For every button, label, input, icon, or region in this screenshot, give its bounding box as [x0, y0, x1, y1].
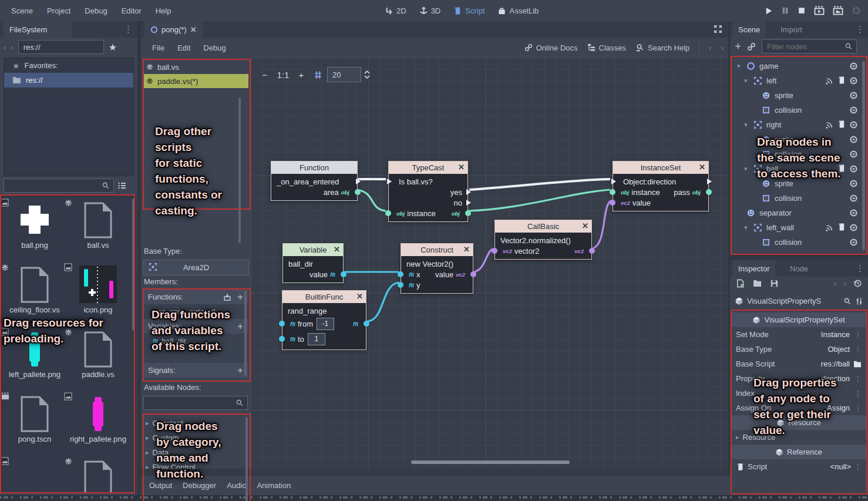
search-help-button[interactable]: Search Help	[635, 43, 690, 52]
distraction-free-icon[interactable]	[714, 25, 722, 33]
history-forward-icon[interactable]: ›	[844, 279, 846, 288]
tab-pong-scene[interactable]: pong(*) ✕	[144, 21, 203, 38]
tab-debugger[interactable]: Debugger	[179, 481, 220, 490]
snap-spinner-icon[interactable]	[364, 70, 371, 79]
visibility-eye-icon[interactable]	[849, 164, 859, 174]
scene-node-left[interactable]: ▾left	[731, 73, 866, 88]
file-item[interactable]: icon.png	[68, 264, 129, 315]
obj-out-port[interactable]	[706, 189, 712, 195]
nav-back-icon[interactable]: ‹	[4, 43, 6, 52]
close-icon[interactable]: ✕	[356, 292, 363, 301]
dock-menu-icon[interactable]: ⋮	[124, 25, 133, 33]
visibility-eye-icon[interactable]	[849, 237, 859, 247]
scene-node-sprite[interactable]: sprite	[731, 88, 866, 103]
flt-in-port[interactable]	[279, 336, 285, 342]
seq-out-port[interactable]	[466, 200, 471, 206]
property-value[interactable]: res://ball	[821, 359, 850, 368]
flt-in-port[interactable]	[398, 282, 403, 288]
override-function-icon[interactable]	[223, 293, 231, 301]
history-forward-icon[interactable]: ›	[721, 43, 724, 52]
history-back-icon[interactable]: ‹	[709, 43, 711, 52]
folder-icon[interactable]	[853, 361, 862, 368]
stop-button[interactable]	[798, 6, 806, 15]
workspace-script-button[interactable]: Script	[453, 6, 485, 15]
signals-header-row[interactable]: Signals: +	[143, 363, 248, 378]
flt-out-port[interactable]	[341, 271, 346, 277]
zoom-reset-button[interactable]: 1:1	[274, 68, 292, 82]
visibility-eye-icon[interactable]	[849, 179, 859, 189]
scene-node-collision[interactable]: collision	[731, 103, 866, 117]
graph-node-builtinfunc[interactable]: BuiltinFunc✕ rand_range fltfrom-1flt flt…	[282, 290, 366, 350]
nav-forward-icon[interactable]: ›	[11, 43, 13, 52]
category-custom[interactable]: ▸Custom	[143, 431, 248, 445]
graph-node-function[interactable]: Function _on_area_entered areaobj	[271, 161, 358, 201]
workspace-2d-button[interactable]: 2D	[385, 6, 406, 15]
load-resource-icon[interactable]	[753, 280, 762, 287]
favorite-res-row[interactable]: res://	[4, 73, 133, 88]
close-icon[interactable]: ✕	[463, 245, 470, 254]
visibility-eye-icon[interactable]	[849, 223, 859, 233]
favorite-star-icon[interactable]: ★	[109, 42, 117, 53]
file-item[interactable]: left_pallete.png	[4, 329, 65, 379]
play-custom-scene-button[interactable]	[833, 6, 843, 15]
play-scene-button[interactable]	[814, 6, 825, 15]
resource-section-header[interactable]: Resource	[731, 415, 866, 430]
seq-out-port[interactable]	[707, 179, 712, 184]
property-menu-icon[interactable]: ⋮	[854, 375, 862, 382]
flt-in-port[interactable]	[398, 271, 403, 277]
seq-out-port[interactable]	[466, 189, 471, 195]
signal-icon[interactable]	[825, 76, 834, 85]
save-resource-icon[interactable]	[770, 279, 779, 288]
tab-import[interactable]: Import	[775, 21, 808, 38]
base-type-button[interactable]: Area2D	[143, 260, 249, 275]
menu-editor[interactable]: Editor	[115, 6, 148, 15]
add-signal-icon[interactable]: +	[237, 365, 243, 376]
property-menu-icon[interactable]: ⋮	[854, 405, 862, 412]
graph-node-callbasic[interactable]: CallBasic✕ Vector2.normalized() vc2vecto…	[494, 220, 592, 260]
script-item-paddle-selected[interactable]: vs paddle.vs(*)	[143, 74, 248, 88]
property-value[interactable]: direction	[821, 374, 850, 383]
visibility-eye-icon[interactable]	[849, 193, 859, 203]
graph-node-variable[interactable]: Variable✕ ball_dir valueflt	[282, 243, 344, 283]
script-icon[interactable]	[837, 164, 846, 173]
function-list-item[interactable]: _on_area_entered	[143, 304, 248, 319]
property-menu-icon[interactable]: ⋮	[854, 390, 862, 397]
tab-filesystem[interactable]: FileSystem	[4, 21, 72, 38]
to-value-box[interactable]: 1	[308, 333, 325, 345]
zoom-in-button[interactable]: +	[294, 68, 308, 82]
close-icon[interactable]: ✕	[699, 163, 705, 172]
scene-node-collision[interactable]: collision	[731, 235, 866, 250]
obj-out-port[interactable]	[465, 210, 471, 216]
close-icon[interactable]: ✕	[190, 25, 197, 34]
file-item[interactable]: vs ceiling_floor.vs	[4, 264, 65, 315]
script-menu-debug[interactable]: Debug	[198, 43, 231, 52]
graph-node-typecast[interactable]: TypeCast✕ Is ball.vs? yes no objinstance…	[388, 161, 468, 222]
vc2-out-port[interactable]	[589, 248, 595, 254]
file-item[interactable]: vs	[68, 458, 129, 493]
play-button[interactable]	[764, 6, 773, 15]
file-item[interactable]: vs ball.vs	[68, 200, 129, 250]
online-docs-button[interactable]: Online Docs	[524, 43, 578, 52]
menu-help[interactable]: Help	[149, 6, 178, 15]
file-grid-scrollbar[interactable]	[132, 199, 134, 331]
functions-header-row[interactable]: Functions: +	[143, 290, 248, 304]
workspace-3d-button[interactable]: 3D	[419, 6, 441, 15]
path-input[interactable]	[18, 40, 104, 54]
visibility-eye-icon[interactable]	[849, 76, 859, 86]
zoom-out-button[interactable]: −	[258, 68, 272, 82]
property-value[interactable]: Assign	[827, 404, 850, 412]
category-constant[interactable]: ▸Constant	[143, 416, 248, 431]
pause-button[interactable]	[781, 6, 789, 15]
scene-node-collision[interactable]: collision	[731, 191, 866, 206]
property-menu-icon[interactable]: ⋮	[854, 331, 862, 338]
obj-out-port[interactable]	[355, 189, 361, 195]
obj-in-port[interactable]	[610, 189, 615, 195]
script-menu-file[interactable]: File	[147, 43, 170, 52]
file-list-view-toggle-icon[interactable]	[117, 181, 127, 190]
visibility-eye-icon[interactable]	[849, 90, 859, 100]
visibility-eye-icon[interactable]	[849, 120, 859, 130]
property-menu-icon[interactable]: ⋮	[854, 463, 862, 470]
signal-icon[interactable]	[825, 223, 834, 232]
scene-node-collision[interactable]: collision	[731, 147, 866, 162]
visualscript-graph[interactable]: − 1:1 + Funct	[251, 58, 728, 469]
